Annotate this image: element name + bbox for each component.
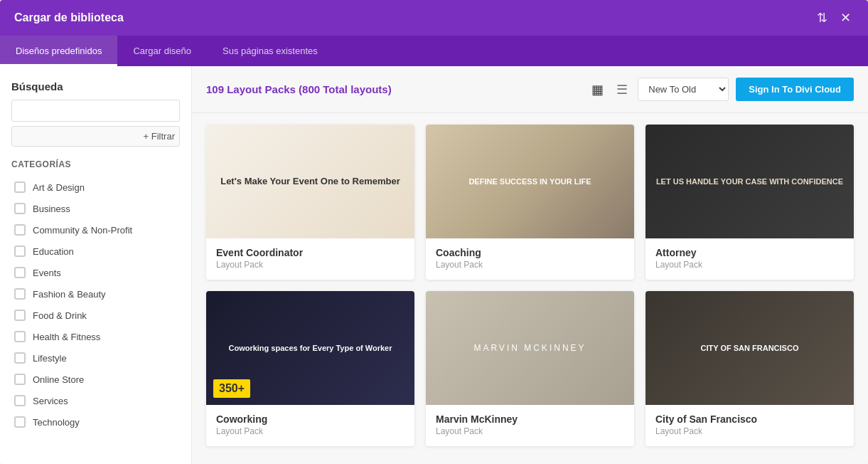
category-item-business[interactable]: Business — [11, 198, 180, 219]
card-preview-city-san-francisco — [645, 291, 854, 405]
category-label-health-fitness: Health & Fitness — [33, 332, 100, 342]
category-item-community[interactable]: Community & Non-Profit — [11, 219, 180, 241]
card-name-event-coordinator: Event Coordinator — [216, 247, 404, 258]
layout-card-attorney[interactable]: Attorney Layout Pack — [645, 125, 854, 280]
sort-select[interactable]: New To OldOld To NewA to ZZ to A — [638, 78, 729, 101]
category-label-business: Business — [33, 204, 70, 214]
category-item-online-store[interactable]: Online Store — [11, 369, 180, 390]
sort-icon-button[interactable]: ⇅ — [814, 7, 830, 28]
card-info-coworking: Coworking Layout Pack — [206, 405, 414, 446]
modal-body: Búsqueda + Filtrar Categorías Art & Desi… — [0, 66, 868, 464]
category-item-education[interactable]: Education — [11, 241, 180, 262]
card-type-coaching: Layout Pack — [436, 260, 624, 270]
header-controls: ▦ ☰ New To OldOld To NewA to ZZ to A Sig… — [589, 78, 854, 101]
view-list-button[interactable]: ☰ — [614, 79, 631, 100]
layout-card-coworking[interactable]: Coworking Layout Pack — [206, 291, 414, 446]
card-preview-attorney — [645, 125, 854, 238]
layout-card-marvin-mckinney[interactable]: Marvin McKinney Layout Pack — [426, 291, 634, 446]
category-label-fashion-beauty: Fashion & Beauty — [33, 289, 106, 300]
category-checkbox-lifestyle[interactable] — [14, 352, 26, 364]
layouts-grid: Event Coordinator Layout Pack Coaching L… — [192, 113, 868, 464]
header-actions: ⇅ ✕ — [814, 7, 854, 28]
view-grid-button[interactable]: ▦ — [589, 79, 606, 100]
category-label-food-drink: Food & Drink — [33, 310, 87, 321]
card-type-marvin-mckinney: Layout Pack — [436, 426, 624, 436]
category-checkbox-fashion-beauty[interactable] — [14, 288, 26, 300]
card-info-city-san-francisco: City of San Francisco Layout Pack — [645, 405, 854, 446]
category-label-online-store: Online Store — [33, 374, 84, 385]
card-name-city-san-francisco: City of San Francisco — [655, 413, 844, 425]
tab-predefined[interactable]: Diseños predefinidos — [0, 36, 117, 66]
divi-cloud-button[interactable]: Sign In To Divi Cloud — [736, 78, 854, 101]
close-button[interactable]: ✕ — [837, 7, 854, 28]
sidebar: Búsqueda + Filtrar Categorías Art & Desi… — [0, 66, 192, 464]
modal-header: Cargar de biblioteca ⇅ ✕ — [0, 0, 868, 36]
category-item-events[interactable]: Events — [11, 262, 180, 283]
filter-button[interactable]: + Filtrar — [11, 126, 180, 147]
category-checkbox-events[interactable] — [14, 267, 26, 278]
category-checkbox-technology[interactable] — [14, 416, 26, 428]
layout-card-city-san-francisco[interactable]: City of San Francisco Layout Pack — [645, 291, 854, 446]
card-type-attorney: Layout Pack — [655, 260, 844, 270]
category-item-food-drink[interactable]: Food & Drink — [11, 305, 180, 326]
category-item-health-fitness[interactable]: Health & Fitness — [11, 326, 180, 347]
category-label-art-design: Art & Design — [33, 182, 85, 193]
modal-title: Cargar de biblioteca — [14, 11, 124, 24]
category-label-lifestyle: Lifestyle — [33, 353, 67, 364]
category-item-fashion-beauty[interactable]: Fashion & Beauty — [11, 283, 180, 305]
card-type-event-coordinator: Layout Pack — [216, 260, 404, 270]
category-checkbox-business[interactable] — [14, 203, 26, 214]
card-preview-marvin-mckinney — [426, 291, 634, 405]
card-name-marvin-mckinney: Marvin McKinney — [436, 413, 624, 425]
search-input[interactable] — [11, 100, 180, 122]
category-item-lifestyle[interactable]: Lifestyle — [11, 347, 180, 369]
categories-list: Art & Design Business Community & Non-Pr… — [11, 176, 180, 433]
layout-count: 109 Layout Packs (800 Total layouts) — [206, 83, 392, 95]
category-checkbox-online-store[interactable] — [14, 374, 26, 385]
tab-upload[interactable]: Cargar diseño — [117, 36, 207, 66]
category-checkbox-art-design[interactable] — [14, 181, 26, 193]
category-label-events: Events — [33, 268, 61, 278]
category-item-art-design[interactable]: Art & Design — [11, 176, 180, 198]
content-header: 109 Layout Packs (800 Total layouts) ▦ ☰… — [192, 66, 868, 113]
main-content: 109 Layout Packs (800 Total layouts) ▦ ☰… — [192, 66, 868, 464]
card-name-coaching: Coaching — [436, 247, 624, 258]
category-item-technology[interactable]: Technology — [11, 411, 180, 433]
category-checkbox-food-drink[interactable] — [14, 310, 26, 321]
card-name-attorney: Attorney — [655, 247, 844, 258]
layout-card-coaching[interactable]: Coaching Layout Pack — [426, 125, 634, 280]
category-checkbox-services[interactable] — [14, 395, 26, 406]
category-label-education: Education — [33, 246, 74, 257]
card-info-marvin-mckinney: Marvin McKinney Layout Pack — [426, 405, 634, 446]
card-type-coworking: Layout Pack — [216, 426, 404, 436]
card-preview-event-coordinator — [206, 125, 414, 238]
card-type-city-san-francisco: Layout Pack — [655, 426, 844, 436]
categories-title: Categorías — [11, 159, 180, 169]
category-label-services: Services — [33, 396, 68, 406]
category-checkbox-community[interactable] — [14, 224, 26, 236]
card-info-attorney: Attorney Layout Pack — [645, 238, 854, 280]
category-label-technology: Technology — [33, 417, 80, 428]
category-label-community: Community & Non-Profit — [33, 225, 132, 236]
card-preview-coworking — [206, 291, 414, 405]
modal-container: Cargar de biblioteca ⇅ ✕ Diseños predefi… — [0, 0, 868, 464]
layout-card-event-coordinator[interactable]: Event Coordinator Layout Pack — [206, 125, 414, 280]
tabs-bar: Diseños predefinidos Cargar diseño Sus p… — [0, 36, 868, 66]
category-checkbox-education[interactable] — [14, 246, 26, 257]
card-preview-coaching — [426, 125, 634, 238]
tab-existing[interactable]: Sus páginas existentes — [207, 36, 333, 66]
card-info-event-coordinator: Event Coordinator Layout Pack — [206, 238, 414, 280]
card-name-coworking: Coworking — [216, 413, 404, 425]
category-item-services[interactable]: Services — [11, 390, 180, 411]
search-section-title: Búsqueda — [11, 80, 180, 93]
category-checkbox-health-fitness[interactable] — [14, 331, 26, 342]
card-info-coaching: Coaching Layout Pack — [426, 238, 634, 280]
